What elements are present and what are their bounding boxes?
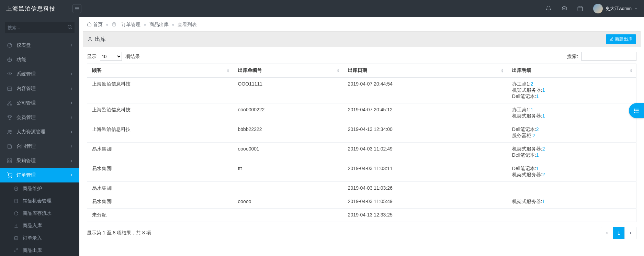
- subnav-label: 商品库存流水: [23, 210, 52, 216]
- page-next-button[interactable]: [624, 227, 636, 239]
- subnav-item[interactable]: 商品维护: [0, 182, 79, 195]
- svg-rect-21: [8, 161, 9, 163]
- refresh-icon: [14, 211, 20, 216]
- nav-label: 合同管理: [16, 143, 36, 149]
- subnav-item[interactable]: 商品出库: [0, 244, 79, 256]
- nav-item-grid[interactable]: 采购管理: [0, 154, 79, 168]
- cell-customer: 易水集团l: [87, 143, 233, 162]
- svg-rect-14: [9, 101, 10, 102]
- new-outbound-button[interactable]: 新建出库: [606, 34, 636, 44]
- chevron-left-icon: [70, 174, 73, 177]
- cart-icon: [7, 172, 12, 178]
- nav-item-cog[interactable]: 系统管理: [0, 67, 79, 81]
- notifications-button[interactable]: [543, 3, 554, 14]
- subnav-item[interactable]: 订单录入: [0, 232, 79, 244]
- messages-button[interactable]: [559, 3, 570, 14]
- column-header[interactable]: 出库日期▲▼: [343, 64, 507, 78]
- nav-item-users[interactable]: 人力资源管理: [0, 125, 79, 139]
- sidebar-toggle-button[interactable]: [72, 4, 81, 13]
- cell-customer: 上海邑泊信息科技: [87, 103, 233, 123]
- panel-header: 出库 新建出库: [83, 31, 641, 47]
- svg-rect-12: [8, 87, 12, 91]
- trophy-icon: [6, 115, 13, 120]
- subnav-label: 商品维护: [23, 186, 42, 192]
- breadcrumb-item-1[interactable]: 订单管理: [121, 22, 140, 28]
- table-row: 上海邑泊信息科技ooo00002222019-04-07 20:45:12办工桌…: [87, 103, 636, 123]
- cell-code: oooo0001: [233, 143, 343, 162]
- nav-order-management[interactable]: 订单管理: [0, 168, 79, 182]
- cell-date: 2019-04-03 11:03:11: [343, 162, 507, 182]
- breadcrumb-home[interactable]: 首页: [87, 21, 103, 28]
- breadcrumb-item-2[interactable]: 商品出库: [149, 22, 169, 28]
- search-icon[interactable]: [67, 24, 72, 31]
- side-panel-fab[interactable]: [629, 103, 644, 118]
- layout-icon: [6, 86, 13, 91]
- column-header[interactable]: 出库明细▲▼: [507, 64, 636, 78]
- svg-point-40: [634, 110, 635, 111]
- pencil-icon: [609, 37, 613, 41]
- cell-details: Dell笔记本:1机架式服务器:2: [507, 162, 636, 182]
- top-header: 上海邑泊信息科技 史大江Admin: [0, 0, 644, 17]
- panel-title: 出库: [95, 36, 106, 43]
- cell-details: [507, 209, 636, 222]
- cell-code: [233, 209, 343, 222]
- edit-icon: [14, 236, 20, 241]
- page-size-control: 显示 10 项结果: [87, 52, 140, 61]
- breadcrumb-separator: [144, 24, 146, 26]
- main-content: 首页 订单管理 商品出库 查看列表 出库 新建出库 显示 10 项结果: [79, 17, 644, 256]
- cell-customer: 易水集团l: [87, 182, 233, 195]
- cell-customer: 易水集团l: [87, 162, 233, 182]
- svg-point-39: [634, 109, 635, 110]
- bell-icon: [545, 5, 552, 12]
- subnav-item[interactable]: 销售机会管理: [0, 195, 79, 207]
- nav-label: 订单管理: [16, 172, 36, 178]
- svg-rect-19: [8, 159, 9, 160]
- column-header[interactable]: 顾客▲▼: [87, 64, 233, 78]
- nav-item-trophy[interactable]: 会员管理: [0, 110, 79, 125]
- subnav-item[interactable]: 商品库存流水: [0, 207, 79, 220]
- subnav-label: 订单录入: [23, 235, 42, 241]
- file-icon: [6, 144, 13, 149]
- cell-details: 机架式服务器:2Dell笔记本:1: [507, 143, 636, 162]
- cell-date: 2019-04-07 20:45:12: [343, 103, 507, 123]
- page-1-button[interactable]: 1: [613, 227, 624, 239]
- table-footer: 显示第 1 至 8 项结果，共 8 项 1: [87, 227, 636, 239]
- nav-item-layout[interactable]: 内容管理: [0, 81, 79, 96]
- cell-details: 机架式服务器:1: [507, 195, 636, 209]
- nav-item-file[interactable]: 合同管理: [0, 139, 79, 154]
- outbound-icon: [87, 36, 93, 42]
- cog-icon: [6, 71, 13, 77]
- sitemap-icon: [6, 100, 13, 106]
- svg-rect-20: [10, 159, 12, 160]
- table-row: 上海邑泊信息科技OOO111112019-04-07 20:44:54办工桌1:…: [87, 77, 636, 103]
- table-row: 上海邑泊信息科技bbbb222222019-04-13 12:34:00Dell…: [87, 123, 636, 143]
- sidebar-search-input[interactable]: [5, 22, 75, 33]
- subnav-item[interactable]: 商品入库: [0, 220, 79, 232]
- user-menu-button[interactable]: 史大江Admin: [590, 4, 638, 13]
- table-search-input[interactable]: [581, 52, 636, 61]
- svg-rect-22: [10, 161, 12, 163]
- svg-point-35: [89, 37, 91, 39]
- nav-item-dashboard[interactable]: 仪表盘: [0, 38, 79, 53]
- breadcrumb-separator: [106, 24, 108, 26]
- page-size-select[interactable]: 10: [100, 52, 122, 61]
- page-prev-button[interactable]: [601, 227, 613, 239]
- chevron-left-icon: [605, 231, 609, 235]
- svg-point-41: [634, 112, 635, 113]
- nav-item-sitemap[interactable]: 公司管理: [0, 96, 79, 110]
- subnav-label: 商品入库: [23, 223, 42, 229]
- sort-icon: ▲▼: [337, 68, 340, 73]
- nav-label: 采购管理: [16, 158, 36, 164]
- nav-label: 人力资源管理: [16, 129, 45, 135]
- doc-icon: [14, 186, 20, 191]
- table-controls: 显示 10 项结果 搜索:: [87, 52, 636, 61]
- calendar-button[interactable]: [575, 3, 586, 14]
- cell-date: 2019-04-03 11:03:26: [343, 182, 507, 195]
- svg-point-17: [8, 130, 10, 132]
- cell-date: 2019-04-03 11:02:49: [343, 143, 507, 162]
- chevron-left-icon: [70, 145, 73, 148]
- nav-item-globe[interactable]: 功能: [0, 53, 79, 67]
- sort-icon: ▲▼: [501, 68, 504, 73]
- calendar-icon: [577, 5, 583, 12]
- column-header[interactable]: 出库单编号▲▼: [233, 64, 343, 78]
